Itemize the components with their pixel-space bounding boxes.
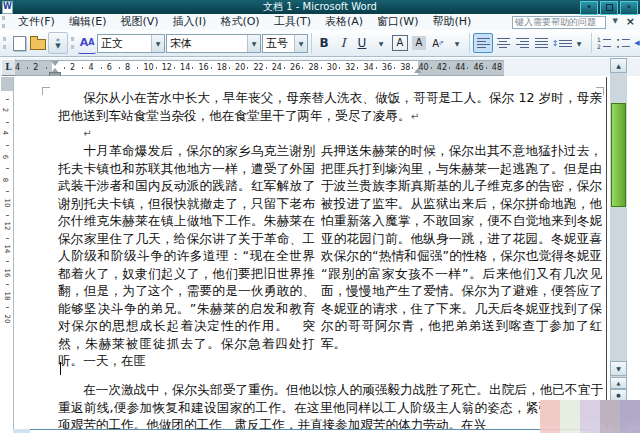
vruler-number: 18	[3, 291, 11, 300]
align-center-icon	[497, 38, 510, 48]
vertical-ruler: 2468101214161820	[1, 77, 14, 429]
scaling-dropdown-icon[interactable]: ▼	[448, 33, 466, 53]
character-scaling-button[interactable]: A⇗	[429, 33, 447, 53]
document-close-button[interactable]: ×	[626, 15, 635, 28]
vruler-number: 20	[3, 315, 11, 324]
menu-item[interactable]: 帮助(H)	[426, 14, 479, 30]
scroll-up-button[interactable]: ▲	[610, 58, 627, 73]
vruler-tick	[6, 215, 9, 216]
browse-previous-button[interactable]: ▲	[610, 377, 627, 389]
distribute-button[interactable]	[532, 33, 550, 53]
underline-dropdown-icon[interactable]: ▼	[372, 33, 390, 53]
ruler-number: 10	[143, 63, 153, 73]
watermark-block	[540, 400, 560, 433]
ruler-number: 16	[198, 63, 208, 73]
menu-item[interactable]: 插入(I)	[166, 14, 214, 30]
numbering-button[interactable]: 12	[595, 33, 613, 53]
character-shading-button[interactable]: A	[410, 33, 428, 53]
minimize-button[interactable]: ▾	[580, 1, 598, 15]
ruler-number: 22	[253, 63, 263, 73]
style-combo[interactable]: 正文 ▼	[97, 34, 165, 53]
ruler-tick	[412, 67, 413, 69]
size-combo[interactable]: 五号 ▼	[262, 34, 308, 53]
font-combo[interactable]: 宋体 ▼	[166, 34, 261, 53]
first-line-indent-marker[interactable]	[51, 61, 59, 66]
character-border-button[interactable]: A	[391, 33, 409, 53]
ruler-number: 32	[345, 63, 355, 73]
horizontal-scrollbar-thumb[interactable]	[30, 429, 590, 433]
restore-button[interactable]	[600, 1, 618, 15]
vruler-number: 6	[1, 154, 9, 158]
tab-selector-button[interactable]: L	[1, 59, 16, 76]
vruler-number: 8	[1, 178, 9, 182]
vruler-tick	[6, 238, 9, 239]
ruler-tick	[156, 67, 157, 69]
menu-item[interactable]: 视图(V)	[113, 14, 165, 30]
help-question-input[interactable]: 键入需要帮助的问题	[512, 16, 606, 29]
vruler-tick	[6, 145, 9, 146]
ruler-number: 6	[107, 63, 112, 73]
ruler-tick	[229, 67, 230, 69]
font-dropdown-icon[interactable]: ▼	[247, 35, 260, 52]
vruler-top-margin	[1, 77, 13, 91]
menubar-drag-handle[interactable]	[2, 16, 8, 28]
underline-button[interactable]: U	[353, 33, 371, 53]
bullets-icon: ••	[616, 37, 630, 49]
character-border-icon: A	[392, 35, 408, 51]
scroll-down-button[interactable]: ▼	[610, 361, 627, 376]
menu-item[interactable]: 工具(T)	[267, 14, 318, 30]
arrow-left-icon: ◀	[634, 39, 639, 47]
ruler-number: 18	[217, 63, 227, 73]
watermark-block	[560, 400, 580, 433]
vertical-scrollbar[interactable]: ▲ ▼ ▲ ● ▼	[610, 58, 627, 429]
column-right: 兵押送朱赫莱的时候，保尔出其不意地猛扑过去，把匪兵打到壕沟里，与朱赫莱一起逃跑了…	[321, 142, 602, 371]
ruler-tick	[119, 67, 120, 69]
menu-item[interactable]: 编辑(E)	[62, 14, 114, 30]
line-spacing-bars	[559, 40, 568, 47]
formatting-drag-handle[interactable]	[71, 37, 74, 49]
bullets-button[interactable]: ••	[614, 33, 632, 53]
close-button[interactable]: ✕	[620, 1, 638, 15]
ruler-band: 2468101214161820222426283032343638404244…	[15, 60, 504, 76]
size-dropdown-icon[interactable]: ▼	[294, 35, 307, 52]
ruler-tick	[431, 67, 432, 69]
vruler-tick	[6, 191, 9, 192]
menu-item[interactable]: 窗口(W)	[370, 14, 425, 30]
toolbar: »▼ AA 正文 ▼ 宋体 ▼ 五号 ▼ B I U ▼ A A A⇗ ▼ ↕ …	[0, 30, 640, 57]
line-spacing-button[interactable]: ↕	[551, 33, 569, 53]
ruler-tick	[82, 67, 83, 69]
justify-button[interactable]	[473, 33, 493, 53]
page-boundary-line	[606, 77, 607, 429]
menu-item[interactable]: 表格(A)	[318, 14, 370, 30]
center-button[interactable]	[494, 33, 512, 53]
styles-formatting-button[interactable]: AA	[78, 33, 96, 54]
text-cursor	[60, 362, 61, 375]
vruler-tick	[6, 284, 9, 285]
menu-item[interactable]: 文件(F)	[11, 14, 62, 30]
bold-button[interactable]: B	[315, 33, 333, 53]
horizontal-ruler: L 24681012141618202224262830323436384042…	[0, 58, 640, 76]
toolbar-drag-handle[interactable]	[3, 37, 6, 49]
toolbar-options-button[interactable]: »▼	[48, 32, 68, 54]
new-document-button[interactable]	[10, 33, 28, 53]
paragraph-mark: ↵	[411, 111, 419, 122]
italic-button[interactable]: I	[334, 33, 352, 53]
style-dropdown-icon[interactable]: ▼	[151, 35, 164, 52]
line-spacing-dropdown-icon[interactable]: ▼	[570, 33, 588, 53]
ruler-number: 34	[363, 63, 373, 73]
decrease-indent-button[interactable]: ◀	[633, 33, 640, 53]
size-value: 五号	[263, 35, 294, 52]
ruler-number: 36	[382, 63, 392, 73]
watermark-block	[620, 400, 640, 433]
watermark-block	[600, 400, 620, 433]
ruler-tick	[64, 67, 65, 69]
open-button[interactable]	[29, 33, 47, 53]
menu-item[interactable]: 格式(O)	[213, 14, 266, 30]
scrollbar-thumb[interactable]	[611, 103, 626, 207]
ruler-tick	[174, 67, 175, 69]
ruler-number: 4	[88, 63, 93, 73]
ruler-number: 30	[327, 63, 337, 73]
align-right-button[interactable]	[513, 33, 531, 53]
vruler-number: 12	[3, 222, 11, 231]
help-dropdown-icon[interactable]: ▼	[613, 17, 618, 25]
